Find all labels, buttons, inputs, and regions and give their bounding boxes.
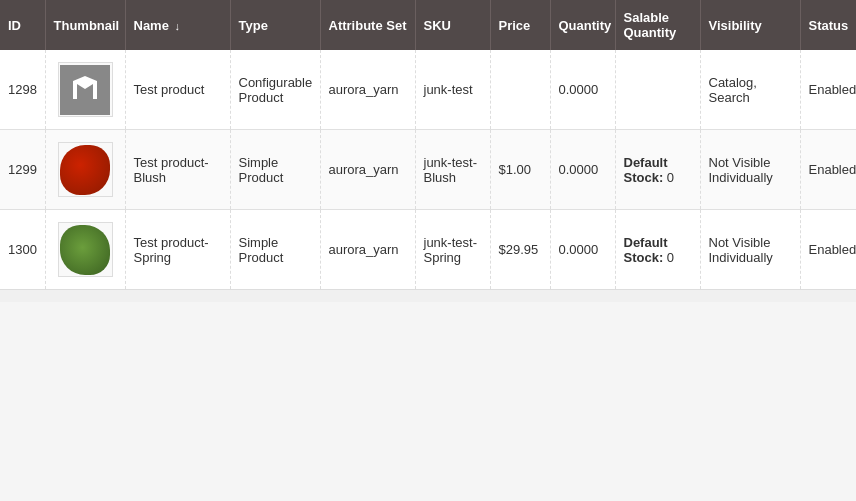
cell-thumbnail: [45, 50, 125, 130]
table-header-row: ID Thumbnail Name ↓ Type Attribute Set S…: [0, 0, 856, 50]
cell-id: 1298: [0, 50, 45, 130]
cell-id: 1299: [0, 130, 45, 210]
cell-name[interactable]: Test product-Spring: [125, 210, 230, 290]
table-row: 1299Test product-BlushSimple Productauro…: [0, 130, 856, 210]
cell-status: Enabled: [800, 210, 856, 290]
cell-sku: junk-test-Blush: [415, 130, 490, 210]
col-header-status[interactable]: Status: [800, 0, 856, 50]
cell-visibility: Not Visible Individually: [700, 130, 800, 210]
col-header-price[interactable]: Price: [490, 0, 550, 50]
col-header-visibility[interactable]: Visibility: [700, 0, 800, 50]
product-table: ID Thumbnail Name ↓ Type Attribute Set S…: [0, 0, 856, 302]
cell-sku: junk-test-Spring: [415, 210, 490, 290]
product-table-container: ID Thumbnail Name ↓ Type Attribute Set S…: [0, 0, 856, 302]
cell-salable-quantity: Default Stock: 0: [615, 210, 700, 290]
cell-price: $29.95: [490, 210, 550, 290]
col-header-id[interactable]: ID: [0, 0, 45, 50]
cell-name[interactable]: Test product-Blush: [125, 130, 230, 210]
cell-type: Simple Product: [230, 210, 320, 290]
name-sort-icon[interactable]: ↓: [175, 20, 181, 32]
cell-type: Configurable Product: [230, 50, 320, 130]
col-header-type[interactable]: Type: [230, 0, 320, 50]
cell-attribute-set: aurora_yarn: [320, 50, 415, 130]
col-header-attribute-set[interactable]: Attribute Set: [320, 0, 415, 50]
cell-salable-quantity: Default Stock: 0: [615, 130, 700, 210]
cell-attribute-set: aurora_yarn: [320, 210, 415, 290]
cell-status: Enabled: [800, 130, 856, 210]
cell-quantity: 0.0000: [550, 50, 615, 130]
cell-thumbnail: [45, 130, 125, 210]
cell-thumbnail: [45, 210, 125, 290]
col-header-salable-quantity[interactable]: Salable Quantity: [615, 0, 700, 50]
cell-name[interactable]: Test product: [125, 50, 230, 130]
col-name-label: Name: [134, 18, 169, 33]
table-footer-row: [0, 290, 856, 302]
cell-type: Simple Product: [230, 130, 320, 210]
cell-id: 1300: [0, 210, 45, 290]
col-header-quantity[interactable]: Quantity: [550, 0, 615, 50]
col-header-name[interactable]: Name ↓: [125, 0, 230, 50]
cell-salable-quantity: [615, 50, 700, 130]
cell-price: [490, 50, 550, 130]
table-row: 1300Test product-SpringSimple Productaur…: [0, 210, 856, 290]
cell-visibility: Catalog, Search: [700, 50, 800, 130]
cell-sku: junk-test: [415, 50, 490, 130]
cell-quantity: 0.0000: [550, 130, 615, 210]
col-header-sku[interactable]: SKU: [415, 0, 490, 50]
cell-attribute-set: aurora_yarn: [320, 130, 415, 210]
cell-status: Enabled: [800, 50, 856, 130]
table-row: 1298 Test productConfigurable Productaur…: [0, 50, 856, 130]
cell-price: $1.00: [490, 130, 550, 210]
col-header-thumbnail: Thumbnail: [45, 0, 125, 50]
cell-quantity: 0.0000: [550, 210, 615, 290]
table-footer-cell: [0, 290, 856, 302]
cell-visibility: Not Visible Individually: [700, 210, 800, 290]
